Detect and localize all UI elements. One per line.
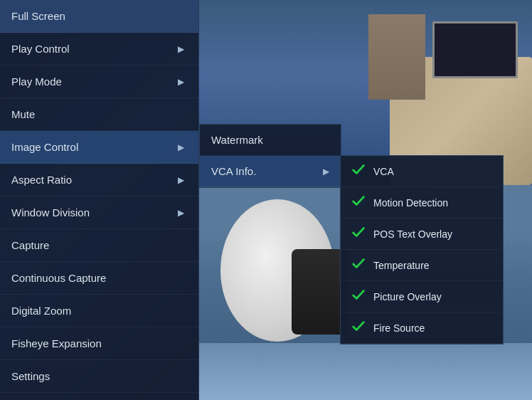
chevron-right-icon: ▶ (178, 175, 184, 185)
image-control-submenu: WatermarkVCA Info.▶ (199, 124, 341, 188)
menu-item-capture[interactable]: Capture (0, 229, 198, 262)
chevron-right-icon: ▶ (178, 77, 184, 87)
menu-item-label-window-division: Window Division (11, 206, 90, 219)
submenu2-item-picture-overlay[interactable]: Picture Overlay (341, 281, 503, 312)
menu-item-label-mute: Mute (11, 108, 35, 120)
submenu2-label-pos-text-overlay: POS Text Overlay (373, 228, 452, 240)
submenu2-item-fire-source[interactable]: Fire Source (341, 312, 503, 344)
menu-item-label-fisheye-expansion: Fisheye Expansion (11, 337, 102, 349)
checkmark-icon (351, 162, 366, 181)
submenu1-item-vca-info[interactable]: VCA Info.▶ (200, 156, 341, 187)
menu-item-image-control[interactable]: Image Control▶ (0, 131, 198, 164)
menu-item-settings[interactable]: Settings (0, 360, 198, 393)
menu-item-play-mode[interactable]: Play Mode▶ (0, 65, 198, 98)
submenu2-label-vca: VCA (373, 166, 394, 177)
submenu1-item-watermark[interactable]: Watermark (200, 125, 341, 156)
submenu1-label-watermark: Watermark (211, 134, 263, 146)
submenu2-item-pos-text-overlay[interactable]: POS Text Overlay (341, 219, 503, 250)
menu-item-mute[interactable]: Mute (0, 98, 198, 131)
menu-item-continuous-capture[interactable]: Continuous Capture (0, 262, 198, 295)
checkmark-icon (351, 318, 366, 337)
submenu2-label-temperature: Temperature (373, 260, 430, 271)
menu-item-label-image-control: Image Control (11, 141, 78, 153)
menu-item-file-information[interactable]: File Information (0, 393, 198, 400)
checkmark-icon (351, 224, 366, 243)
chevron-right-icon: ▶ (178, 142, 184, 152)
chevron-right-icon: ▶ (323, 167, 329, 177)
menu-item-aspect-ratio[interactable]: Aspect Ratio▶ (0, 164, 198, 196)
chevron-right-icon: ▶ (178, 208, 184, 218)
vca-info-submenu: VCA Motion Detection POS Text Overlay Te… (340, 155, 504, 344)
menu-item-digital-zoom[interactable]: Digital Zoom (0, 295, 198, 327)
menu-item-label-aspect-ratio: Aspect Ratio (11, 174, 72, 186)
checkmark-icon (351, 287, 366, 306)
submenu2-label-fire-source: Fire Source (373, 322, 425, 334)
menu-item-play-control[interactable]: Play Control▶ (0, 33, 198, 65)
submenu2-label-motion-detection: Motion Detection (373, 197, 448, 209)
menu-item-label-settings: Settings (11, 370, 50, 382)
checkmark-icon (351, 256, 366, 275)
submenu2-item-temperature[interactable]: Temperature (341, 250, 503, 281)
submenu2-item-vca[interactable]: VCA (341, 156, 503, 187)
menu-item-window-division[interactable]: Window Division▶ (0, 196, 198, 229)
menu-item-label-capture: Capture (11, 239, 49, 251)
menu-item-label-play-control: Play Control (11, 43, 70, 55)
menu-item-fisheye-expansion[interactable]: Fisheye Expansion (0, 327, 198, 360)
menu-item-label-play-mode: Play Mode (11, 75, 62, 88)
checkmark-icon (351, 193, 366, 212)
submenu1-label-vca-info: VCA Info. (211, 165, 256, 177)
menu-item-label-digital-zoom: Digital Zoom (11, 305, 71, 317)
submenu2-label-picture-overlay: Picture Overlay (373, 291, 442, 302)
main-menu: Full ScreenPlay Control▶Play Mode▶MuteIm… (0, 0, 199, 400)
menu-item-full-screen[interactable]: Full Screen (0, 0, 198, 33)
submenu2-item-motion-detection[interactable]: Motion Detection (341, 187, 503, 219)
menu-item-label-continuous-capture: Continuous Capture (11, 272, 106, 284)
menu-item-label-full-screen: Full Screen (11, 10, 65, 22)
chevron-right-icon: ▶ (178, 44, 184, 54)
